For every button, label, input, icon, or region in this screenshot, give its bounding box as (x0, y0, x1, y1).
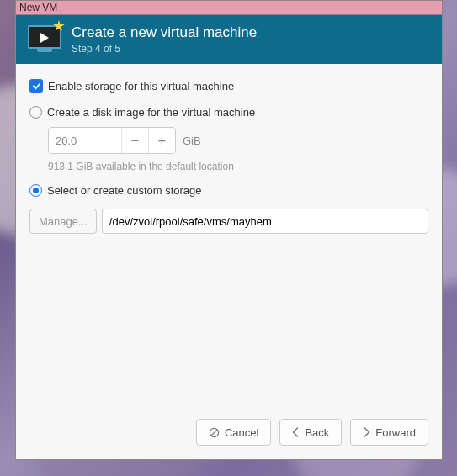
wizard-title: Create a new virtual machine (72, 24, 257, 41)
create-disk-row[interactable]: Create a disk image for the virtual mach… (29, 106, 428, 119)
back-button[interactable]: Back (279, 419, 342, 446)
chevron-right-icon (363, 427, 370, 437)
wizard-body: Enable storage for this virtual machine … (16, 64, 442, 459)
custom-storage-row[interactable]: Select or create custom storage (29, 184, 428, 197)
forward-button[interactable]: Forward (350, 419, 428, 446)
svg-line-1 (211, 430, 217, 436)
disk-size-decrement[interactable]: − (121, 128, 148, 153)
create-disk-radio[interactable] (29, 106, 42, 119)
create-disk-label: Create a disk image for the virtual mach… (47, 106, 255, 119)
storage-path-input[interactable] (102, 209, 428, 234)
enable-storage-checkbox[interactable] (29, 79, 43, 93)
enable-storage-label: Enable storage for this virtual machine (48, 80, 234, 93)
new-vm-window: New VM Create a new virtual machine Step… (15, 0, 443, 460)
vm-wizard-icon (28, 25, 61, 54)
manage-button[interactable]: Manage... (29, 209, 97, 234)
wizard-step: Step 4 of 5 (72, 43, 257, 55)
disk-size-increment[interactable]: + (148, 128, 175, 153)
cancel-icon (209, 427, 220, 438)
enable-storage-row[interactable]: Enable storage for this virtual machine (29, 79, 428, 93)
custom-storage-controls: Manage... (29, 209, 428, 234)
disk-size-spinner: − + GiB (48, 127, 428, 154)
custom-storage-radio[interactable] (29, 184, 42, 197)
cancel-button[interactable]: Cancel (196, 419, 271, 446)
chevron-left-icon (292, 427, 300, 437)
custom-storage-label: Select or create custom storage (47, 184, 202, 197)
disk-size-input[interactable] (49, 128, 121, 153)
wizard-header: Create a new virtual machine Step 4 of 5 (16, 15, 442, 64)
disk-size-unit: GiB (183, 135, 201, 147)
window-content: Create a new virtual machine Step 4 of 5… (15, 14, 443, 460)
available-space-label: 913.1 GiB available in the default locat… (48, 161, 428, 172)
titlebar[interactable]: New VM (15, 0, 443, 14)
window-title: New VM (19, 2, 57, 13)
wizard-footer: Cancel Back Forward (29, 414, 428, 449)
